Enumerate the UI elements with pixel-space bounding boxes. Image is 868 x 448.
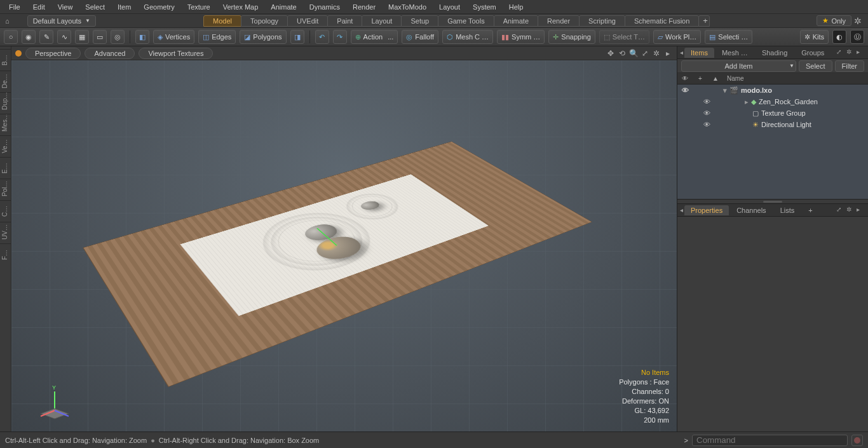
disclosure-icon[interactable]: ▸ xyxy=(745,98,749,106)
vp-gear-icon[interactable]: ✲ xyxy=(651,48,661,58)
tab-paint[interactable]: Paint xyxy=(327,15,362,27)
select-through-button[interactable]: ⬚Select T… xyxy=(599,30,649,44)
only-toggle[interactable]: ★ Only xyxy=(817,15,851,26)
visibility-icon[interactable]: 👁 xyxy=(677,86,693,94)
tab-add-props[interactable]: + xyxy=(802,205,818,215)
menu-view[interactable]: View xyxy=(51,1,79,13)
menu-select[interactable]: Select xyxy=(79,1,111,13)
edges-button[interactable]: ◫Edges xyxy=(198,30,236,44)
select-button[interactable]: Select xyxy=(799,60,832,72)
menu-vertexmap[interactable]: Vertex Map xyxy=(217,1,265,13)
cube-icon[interactable]: ◧ xyxy=(135,30,149,44)
undo-icon[interactable]: ↶ xyxy=(315,30,329,44)
tree-row-light[interactable]: 👁 ☀Directional Light xyxy=(677,119,868,130)
prim-grid-icon[interactable]: ▦ xyxy=(75,30,89,44)
ltab-duplicate[interactable]: Dup… xyxy=(0,92,11,114)
mesh-constraint-button[interactable]: ⬡Mesh C … xyxy=(442,30,493,44)
tab-properties[interactable]: Properties xyxy=(684,205,729,215)
falloff-button[interactable]: ◎Falloff xyxy=(402,30,438,44)
zoom-icon[interactable]: 🔍 xyxy=(628,48,639,58)
col-visibility-icon[interactable]: 👁 xyxy=(677,75,693,82)
add-item-dropdown[interactable]: Add Item ▼ xyxy=(681,60,796,72)
ltab-uv[interactable]: UV… xyxy=(0,222,11,243)
menu-animate[interactable]: Animate xyxy=(264,1,302,13)
tab-shading[interactable]: Shading xyxy=(756,48,794,58)
menu-dynamics[interactable]: Dynamics xyxy=(303,1,346,13)
item-mode-icon[interactable]: ◨ xyxy=(290,30,304,44)
ltab-curve[interactable]: C… xyxy=(0,200,11,222)
col-add-icon[interactable]: + xyxy=(693,75,708,82)
tab-items[interactable]: Items xyxy=(684,48,714,58)
visibility-icon[interactable]: 👁 xyxy=(699,98,714,105)
symmetry-button[interactable]: ▮▮Symm … xyxy=(497,30,545,44)
tab-schematic[interactable]: Schematic Fusion xyxy=(625,15,699,27)
kits-button[interactable]: ✲Kits xyxy=(800,30,829,44)
ltab-polygon[interactable]: Pol… xyxy=(0,179,11,200)
menu-help[interactable]: Help xyxy=(503,1,530,13)
tree-row-texgroup[interactable]: 👁 ▢Texture Group xyxy=(677,107,868,119)
tab-groups[interactable]: Groups xyxy=(795,48,831,58)
home-icon[interactable]: ⌂ xyxy=(3,17,12,25)
ltab-vertex[interactable]: Ve… xyxy=(0,135,11,157)
vertices-button[interactable]: ◈Vertices xyxy=(153,30,194,44)
tab-channels[interactable]: Channels xyxy=(730,205,772,215)
record-button[interactable] xyxy=(851,435,863,446)
workplane-button[interactable]: ▱Work Pl… xyxy=(653,30,701,44)
disclosure-open-icon[interactable]: ▾ xyxy=(723,86,727,95)
menu-render[interactable]: Render xyxy=(346,1,382,13)
visibility-icon[interactable]: 👁 xyxy=(699,109,714,117)
expand-icon[interactable]: ◂ xyxy=(680,49,683,56)
menu-edit[interactable]: Edit xyxy=(27,1,51,13)
tree-row-scene[interactable]: 👁 ▾🎬modo.lxo xyxy=(677,85,868,96)
viewport-textures-toggle[interactable]: Viewport Textures xyxy=(139,48,213,59)
panel-splitter[interactable] xyxy=(677,199,868,204)
maximize-icon[interactable]: ⤢ xyxy=(640,48,650,58)
ltab-mesh[interactable]: Mes… xyxy=(0,114,11,135)
tab-add[interactable]: + xyxy=(698,15,710,27)
viewport-shading-dropdown[interactable]: Advanced xyxy=(85,48,135,59)
menu-item[interactable]: Item xyxy=(111,1,137,13)
ltab-basic[interactable]: B… xyxy=(0,49,11,71)
selection-sets-button[interactable]: ▤Selecti … xyxy=(705,30,752,44)
menu-layout[interactable]: Layout xyxy=(433,1,466,13)
tab-gametools[interactable]: Game Tools xyxy=(438,15,494,27)
tab-model[interactable]: Model xyxy=(203,15,241,27)
prim-sphere-icon[interactable]: ◉ xyxy=(22,30,36,44)
snapping-button[interactable]: ✛Snapping xyxy=(548,30,595,44)
viewport-view-dropdown[interactable]: Perspective xyxy=(25,48,81,59)
tab-scripting[interactable]: Scripting xyxy=(579,15,625,27)
menu-geometry[interactable]: Geometry xyxy=(137,1,180,13)
tree-row-mesh[interactable]: 👁 ▸◆Zen_Rock_Garden xyxy=(677,96,868,107)
viewport-3d[interactable]: No Items Polygons : Face Channels: 0 Def… xyxy=(11,60,677,431)
engine-icon-1[interactable]: ◐ xyxy=(832,30,846,44)
panel-gear-icon[interactable]: ✲ xyxy=(846,206,855,215)
vp-chevron-icon[interactable]: ▸ xyxy=(663,48,673,58)
panel-gear-icon[interactable]: ✲ xyxy=(846,48,855,57)
orbit-icon[interactable]: ⟲ xyxy=(617,48,627,58)
layout-preset-dropdown[interactable]: Default Layouts ▼ xyxy=(27,15,96,27)
engine-icon-2[interactable]: Ⓤ xyxy=(850,30,864,44)
command-input[interactable] xyxy=(692,435,848,446)
tab-setup[interactable]: Setup xyxy=(401,15,438,27)
tab-topology[interactable]: Topology xyxy=(241,15,288,27)
prim-pen-icon[interactable]: ✎ xyxy=(39,30,53,44)
tab-lists[interactable]: Lists xyxy=(774,205,801,215)
tab-render[interactable]: Render xyxy=(538,15,580,27)
prim-torus-icon[interactable]: ◎ xyxy=(111,30,125,44)
ltab-edge[interactable]: E… xyxy=(0,157,11,179)
panel-chevron-icon[interactable]: ▸ xyxy=(857,206,865,215)
prim-circle-icon[interactable]: ○ xyxy=(4,30,18,44)
col-name[interactable]: Name xyxy=(723,75,868,82)
menu-texture[interactable]: Texture xyxy=(181,1,217,13)
tab-uvedit[interactable]: UVEdit xyxy=(287,15,328,27)
visibility-icon[interactable]: 👁 xyxy=(699,121,714,128)
panel-expand-icon[interactable]: ⤢ xyxy=(836,48,845,57)
tab-animate[interactable]: Animate xyxy=(494,15,538,27)
panel-chevron-icon[interactable]: ▸ xyxy=(857,48,865,57)
ltab-f[interactable]: F… xyxy=(0,243,11,265)
ltab-deform[interactable]: De… xyxy=(0,71,11,92)
menu-maxtomodo[interactable]: MaxToModo xyxy=(382,1,433,13)
panel-expand-icon[interactable]: ⤢ xyxy=(836,206,845,215)
prim-plane-icon[interactable]: ▭ xyxy=(93,30,107,44)
polygons-button[interactable]: ◪Polygons xyxy=(240,30,286,44)
